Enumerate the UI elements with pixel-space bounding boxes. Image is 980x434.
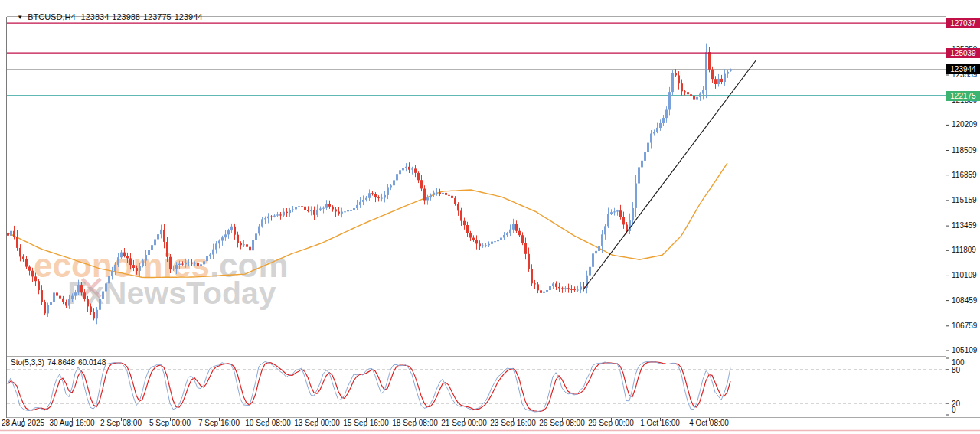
stochastic-label: Sto(5,3,3)74.864860.0148 xyxy=(11,358,109,367)
trading-chart-window: economies.com ✕ FxNewsToday ▼BTCUSD,H4 1… xyxy=(0,0,980,434)
price-axis-label: 111809 xyxy=(952,246,976,255)
ohlc-close: 123944 xyxy=(175,12,203,21)
price-axis-label: 120209 xyxy=(952,120,977,129)
price-badge-122175: 122175 xyxy=(946,91,980,101)
price-axis-label: 108459 xyxy=(952,296,977,305)
time-axis-label: 4 Oct 08:00 xyxy=(675,419,743,427)
price-badge-127037: 127037 xyxy=(946,18,980,28)
price-axis-label: 115159 xyxy=(952,196,977,205)
stochastic-d-value: 60.0148 xyxy=(78,358,106,367)
price-axis-label: 110109 xyxy=(952,271,977,280)
ohlc-open: 123834 xyxy=(81,12,109,21)
moving-average-line xyxy=(8,163,727,278)
price-badge-125039: 125039 xyxy=(946,48,980,58)
ohlc-header: ▼BTCUSD,H4 123834123988123775123944 xyxy=(8,3,205,31)
price-axis-label: 118509 xyxy=(952,146,977,155)
price-axis-label: 116859 xyxy=(952,171,977,180)
ohlc-low: 123775 xyxy=(143,12,172,21)
price-badge-123944: 123944 xyxy=(946,64,980,74)
symbol-dropdown-icon[interactable]: ▼ xyxy=(17,14,23,21)
ohlc-high: 123988 xyxy=(112,12,140,21)
stochastic-k-line xyxy=(8,361,730,412)
stochastic-name: Sto(5,3,3) xyxy=(11,358,44,367)
price-axis-label: 105109 xyxy=(952,346,977,355)
stochastic-k-value: 74.8648 xyxy=(47,358,75,367)
candles xyxy=(7,44,732,325)
price-chart-canvas[interactable] xyxy=(0,0,980,434)
symbol-period-label[interactable]: BTCUSD,H4 xyxy=(28,12,75,21)
indicator-axis-label: 80 xyxy=(952,366,960,375)
price-axis-label: 106759 xyxy=(952,321,977,331)
indicator-axis-label: 0 xyxy=(952,406,956,415)
price-axis-label: 113459 xyxy=(952,221,977,230)
